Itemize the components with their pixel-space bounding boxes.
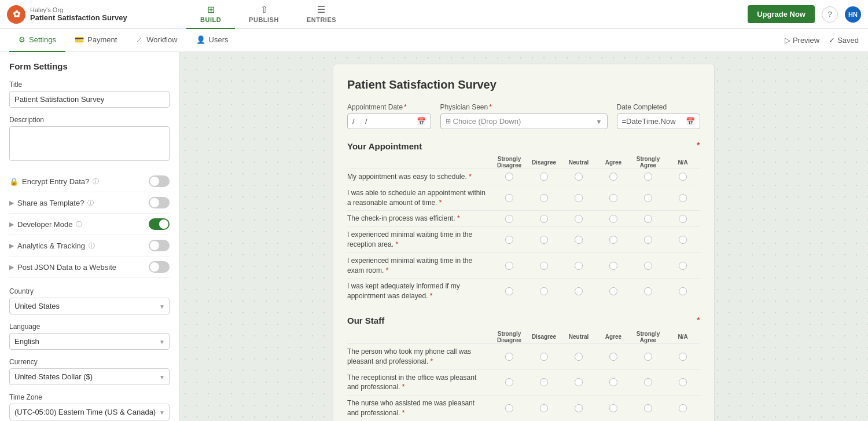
currency-select[interactable]: United States Dollar ($) [9,368,170,385]
appt-q6-row: I was kept adequately informed if my app… [347,278,700,304]
json-toggle[interactable] [149,261,170,273]
appt-q6-opt2[interactable] [527,287,561,295]
appt-q3-opt5[interactable] [631,215,665,223]
staff-q1-opt3[interactable] [561,353,596,361]
country-field-group: Country United States [9,287,170,314]
appt-q2-opt4[interactable] [596,194,631,202]
appt-q3-text: The check-in process was efficient. * [347,214,492,224]
upgrade-button[interactable]: Upgrade Now [748,5,815,23]
appt-q4-opt2[interactable] [527,236,561,244]
template-help-icon[interactable]: ⓘ [87,199,94,207]
title-input[interactable] [9,91,170,108]
subnav-users[interactable]: 👤 Users [187,29,238,52]
appt-q2-text: I was able to schedule an appointment wi… [347,188,492,208]
preview-label: Preview [793,36,819,45]
appt-q2-opt3[interactable] [561,194,596,202]
your-appointment-header: Your Appointment * [347,141,700,151]
preview-button[interactable]: ▷ Preview [785,36,819,45]
appt-q3-opt3[interactable] [561,215,596,223]
tab-build-label: BUILD [200,16,221,23]
appt-q1-opt5[interactable] [631,173,665,181]
encrypt-toggle[interactable] [149,175,170,187]
appt-q6-opt6[interactable] [665,287,700,295]
subnav-payment-label: Payment [87,35,117,44]
staff-q3-opt3[interactable] [561,404,596,412]
appt-q5-opt2[interactable] [527,262,561,270]
staff-q2-opt6[interactable] [665,378,700,386]
description-input[interactable] [9,126,170,161]
staff-q2-opt3[interactable] [561,378,596,386]
appointment-date-required: * [404,103,407,111]
staff-q1-opt4[interactable] [596,353,631,361]
encrypt-help-icon[interactable]: ⓘ [93,177,99,186]
appt-q4-opt4[interactable] [596,236,631,244]
appt-q3-opt2[interactable] [527,215,561,223]
staff-q2-opt2[interactable] [527,378,561,386]
physician-placeholder: Choice (Drop Down) [453,117,521,126]
timezone-select[interactable]: (UTC-05:00) Eastern Time (US & Canada) [9,404,170,420]
appt-q2-opt2[interactable] [527,194,561,202]
appt-q2-opt6[interactable] [665,194,700,202]
staff-q3-opt6[interactable] [665,404,700,412]
appt-q6-opt5[interactable] [631,287,665,295]
appt-q1-opt3[interactable] [561,173,596,181]
appt-q3-opt4[interactable] [596,215,631,223]
staff-q1-opt6[interactable] [665,353,700,361]
staff-q2-opt1[interactable] [492,378,527,386]
appt-q1-opt6[interactable] [665,173,700,181]
tab-entries[interactable]: ☰ ENTRIES [293,0,350,29]
date-completed-value: =DateTime.Now [622,117,676,126]
subnav-settings[interactable]: ⚙ Settings [9,29,65,52]
appt-q5-opt1[interactable] [492,262,527,270]
appt-q3-opt1[interactable] [492,215,527,223]
appointment-date-input[interactable]: / / 📅 [347,114,431,129]
appt-q2-opt5[interactable] [631,194,665,202]
subnav-settings-label: Settings [29,35,56,44]
appt-q1-opt2[interactable] [527,173,561,181]
appt-q6-opt4[interactable] [596,287,631,295]
appt-q5-opt3[interactable] [561,262,596,270]
appt-q1-opt4[interactable] [596,173,631,181]
developer-help-icon[interactable]: ⓘ [76,220,82,229]
staff-q3-opt4[interactable] [596,404,631,412]
appt-q5-opt5[interactable] [631,262,665,270]
staff-q1-opt2[interactable] [527,353,561,361]
subnav-payment[interactable]: 💳 Payment [65,29,126,52]
language-select[interactable]: English [9,333,170,350]
staff-q2-opt5[interactable] [631,378,665,386]
appt-q4-opt3[interactable] [561,236,596,244]
staff-q3-opt2[interactable] [527,404,561,412]
developer-toggle[interactable]: ✓ [149,218,170,230]
appt-q5-opt6[interactable] [665,262,700,270]
appt-q5-opt4[interactable] [596,262,631,270]
staff-q2-text: The receptionist in the office was pleas… [347,373,492,393]
user-avatar[interactable]: HN [845,6,861,23]
template-toggle[interactable] [149,197,170,208]
tab-build[interactable]: ⊞ BUILD [186,0,235,29]
staff-q1-row: The person who took my phone call was pl… [347,343,700,369]
date-completed-input[interactable]: =DateTime.Now 📅 [617,114,701,129]
appt-q6-opt1[interactable] [492,287,527,295]
col-agree-1: Agree [596,159,631,166]
appt-q1-opt1[interactable] [492,173,527,181]
staff-q1-opt5[interactable] [631,353,665,361]
form-title: Patient Satisfaction Survey [347,78,700,91]
help-button[interactable]: ? [822,6,838,23]
appt-q6-opt3[interactable] [561,287,596,295]
staff-q3-opt1[interactable] [492,404,527,412]
appt-q4-opt1[interactable] [492,236,527,244]
appt-q3-opt6[interactable] [665,215,700,223]
subnav-workflow[interactable]: ⟋ Workflow [126,29,186,52]
staff-q3-opt5[interactable] [631,404,665,412]
staff-q1-opt1[interactable] [492,353,527,361]
appt-q4-opt6[interactable] [665,236,700,244]
staff-q2-opt4[interactable] [596,378,631,386]
appt-q4-opt5[interactable] [631,236,665,244]
physician-arrow-icon: ▼ [596,118,602,125]
physician-seen-select[interactable]: ⊞ Choice (Drop Down) ▼ [440,114,608,129]
appt-q2-opt1[interactable] [492,194,527,202]
analytics-toggle[interactable] [149,240,170,251]
country-select[interactable]: United States [9,298,170,314]
analytics-help-icon[interactable]: ⓘ [89,241,95,250]
tab-publish[interactable]: ⇧ PUBLISH [235,0,293,29]
